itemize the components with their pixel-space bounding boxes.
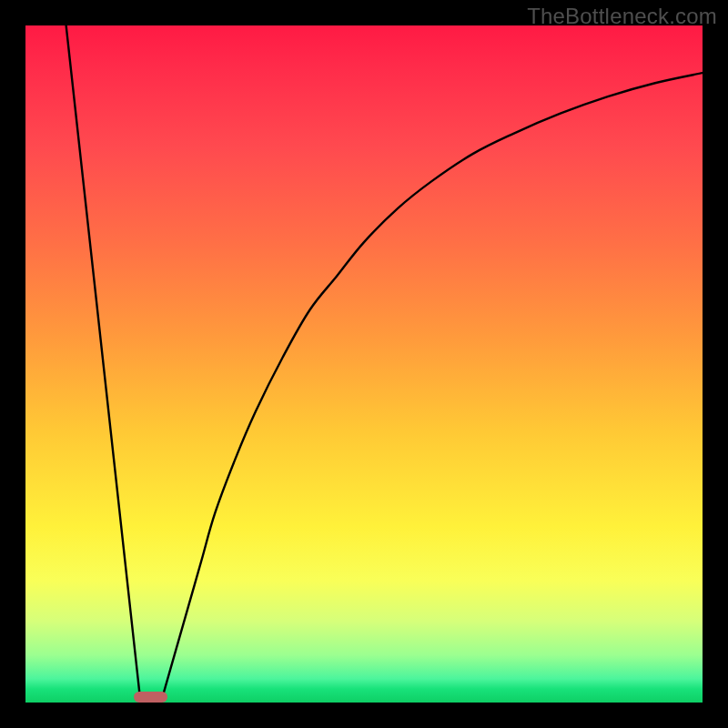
curve-right-branch [161,73,703,703]
curve-left-branch [66,25,141,703]
watermark-text: TheBottleneck.com [527,4,717,29]
plot-area [25,25,703,703]
chart-frame: TheBottleneck.com [0,0,728,728]
curve-layer [25,25,703,703]
optimal-marker [134,692,167,703]
